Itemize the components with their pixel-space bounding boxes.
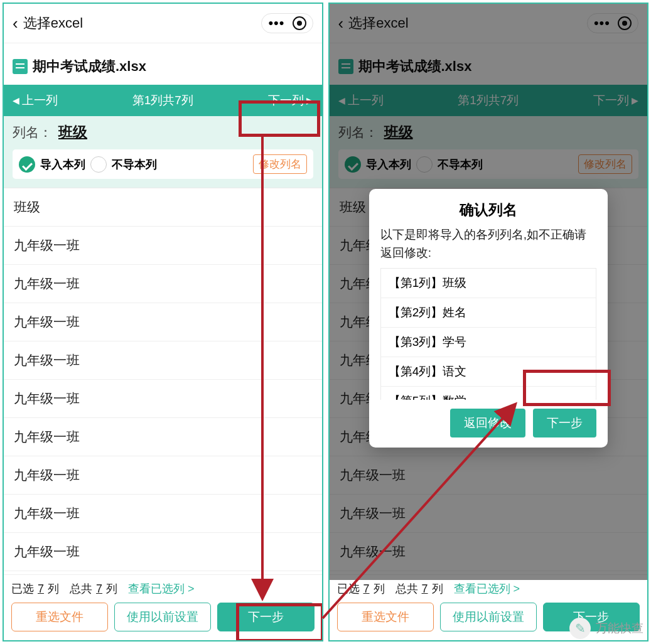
use-previous-settings-button[interactable]: 使用以前设置 — [114, 603, 211, 631]
back-icon[interactable]: ‹ — [13, 14, 18, 33]
column-name-value: 班级 — [58, 122, 87, 142]
list-item: 九年级一班 — [4, 265, 322, 303]
chevron-right-icon: ▶ — [306, 95, 313, 105]
dialog-column-item: 【第1列】班级 — [381, 269, 596, 298]
phone-right: ‹ 选择excel ••• 期中考试成绩.xlsx ◀ 上一列 第1列共7列 下… — [328, 3, 649, 641]
summary-selected-prefix: 已选 — [11, 581, 34, 596]
dialog-column-list[interactable]: 【第1列】班级【第2列】姓名【第3列】学号【第4列】语文【第5列】数学 — [380, 268, 596, 400]
excel-file-icon — [13, 59, 28, 74]
confirm-columns-dialog: 确认列名 以下是即将导入的各列列名,如不正确请返回修改: 【第1列】班级【第2列… — [369, 189, 608, 448]
list-item: 九年级一班 — [4, 495, 322, 533]
selection-summary: 已选7列 总共7列 查看已选列 > — [337, 581, 640, 596]
list-item: 九年级一班 — [4, 227, 322, 265]
list-item: 九年级一班 — [4, 533, 322, 571]
dialog-column-item: 【第5列】数学 — [381, 387, 596, 400]
prev-column-button[interactable]: ◀ 上一列 — [13, 92, 58, 109]
rename-column-button[interactable]: 修改列名 — [253, 154, 307, 174]
use-previous-settings-button[interactable]: 使用以前设置 — [440, 603, 537, 631]
dialog-subtitle: 以下是即将导入的各列列名,如不正确请返回修改: — [380, 226, 596, 262]
summary-selected-prefix: 已选 — [337, 581, 360, 596]
target-icon[interactable] — [293, 16, 306, 30]
summary-total-unit: 列 — [432, 581, 443, 596]
summary-selected-unit: 列 — [374, 581, 385, 596]
list-item: 班级 — [4, 188, 322, 227]
dialog-title: 确认列名 — [380, 200, 596, 220]
data-preview-list: 班级九年级一班九年级一班九年级一班九年级一班九年级一班九年级一班九年级一班九年级… — [4, 188, 322, 574]
summary-total-count: 7 — [96, 582, 102, 596]
view-selected-link[interactable]: 查看已选列 > — [454, 581, 520, 596]
prev-column-label: 上一列 — [22, 92, 58, 109]
dialog-back-button[interactable]: 返回修改 — [450, 409, 525, 437]
column-config: 列名： 班级 导入本列 不导本列 修改列名 — [4, 116, 322, 188]
summary-total-prefix: 总共 — [395, 581, 418, 596]
import-radio-off[interactable] — [90, 156, 107, 173]
column-pager: ◀ 上一列 第1列共7列 下一列 ▶ — [4, 85, 322, 116]
reselect-file-button[interactable]: 重选文件 — [337, 603, 434, 631]
dialog-column-item: 【第3列】学号 — [381, 328, 596, 357]
list-item: 九年级一班 — [4, 341, 322, 380]
summary-selected-count: 7 — [363, 582, 370, 596]
next-column-button[interactable]: 下一列 ▶ — [268, 92, 313, 109]
list-item: 九年级一班 — [4, 303, 322, 341]
page-title: 选择excel — [23, 14, 83, 33]
menu-icon[interactable]: ••• — [268, 20, 284, 26]
list-item: 九年级一班 — [4, 456, 322, 495]
summary-selected-count: 7 — [38, 582, 44, 596]
file-name: 期中考试成绩.xlsx — [33, 57, 146, 76]
import-on-label: 导入本列 — [40, 157, 85, 172]
view-selected-link[interactable]: 查看已选列 > — [128, 581, 195, 596]
import-off-label: 不导本列 — [112, 157, 157, 172]
topbar: ‹ 选择excel ••• — [4, 4, 322, 43]
pager-position: 第1列共7列 — [58, 92, 268, 109]
import-option-row: 导入本列 不导本列 修改列名 — [13, 149, 313, 179]
chevron-left-icon: ◀ — [13, 95, 19, 105]
phone-left: ‹ 选择excel ••• 期中考试成绩.xlsx ◀ 上一列 第1列共7列 下… — [3, 3, 323, 641]
dialog-column-item: 【第4列】语文 — [381, 357, 596, 387]
dialog-next-button[interactable]: 下一步 — [533, 409, 596, 437]
watermark-icon: ✎ — [569, 618, 591, 639]
summary-total-prefix: 总共 — [70, 581, 92, 596]
watermark-text: 万能快查 — [596, 620, 643, 636]
next-column-label: 下一列 — [268, 92, 304, 109]
file-row: 期中考试成绩.xlsx — [4, 43, 322, 85]
list-item: 九年级一班 — [4, 418, 322, 456]
summary-total-count: 7 — [422, 582, 428, 596]
import-radio-on[interactable] — [19, 156, 35, 173]
footer: 已选7列 总共7列 查看已选列 > 重选文件 使用以前设置 下一步 — [4, 574, 322, 640]
summary-total-unit: 列 — [106, 581, 117, 596]
column-name-label: 列名： — [13, 124, 52, 141]
reselect-file-button[interactable]: 重选文件 — [11, 603, 108, 631]
watermark: ✎ 万能快查 — [569, 618, 643, 639]
next-step-button[interactable]: 下一步 — [217, 603, 314, 631]
dialog-column-item: 【第2列】姓名 — [381, 298, 596, 328]
capsule: ••• — [261, 13, 313, 33]
selection-summary: 已选7列 总共7列 查看已选列 > — [11, 581, 315, 596]
summary-selected-unit: 列 — [48, 581, 59, 596]
list-item: 九年级一班 — [4, 380, 322, 418]
